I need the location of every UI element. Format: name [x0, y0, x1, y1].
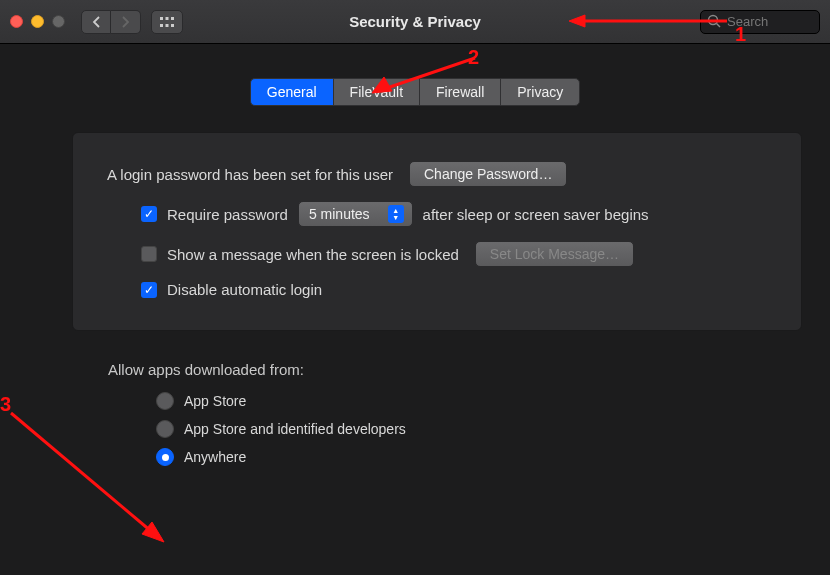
- require-password-checkbox[interactable]: ✓: [141, 206, 157, 222]
- show-message-label: Show a message when the screen is locked: [167, 246, 459, 263]
- require-delay-select[interactable]: 5 minutes ▲▼: [298, 201, 413, 227]
- radio-label: App Store: [184, 393, 246, 409]
- show-message-checkbox[interactable]: [141, 246, 157, 262]
- radio-label: Anywhere: [184, 449, 246, 465]
- require-after-label: after sleep or screen saver begins: [423, 206, 649, 223]
- check-icon: ✓: [144, 208, 154, 220]
- disable-auto-login-label: Disable automatic login: [167, 281, 322, 298]
- change-password-button[interactable]: Change Password…: [409, 161, 567, 187]
- radio-label: App Store and identified developers: [184, 421, 406, 437]
- radio-icon: [156, 420, 174, 438]
- svg-point-6: [709, 15, 718, 24]
- check-icon: ✓: [144, 284, 154, 296]
- svg-rect-3: [160, 24, 163, 27]
- content: General FileVault Firewall Privacy A log…: [0, 44, 830, 466]
- tabs: General FileVault Firewall Privacy: [0, 78, 830, 106]
- tab-firewall[interactable]: Firewall: [419, 78, 500, 106]
- traffic-lights: [10, 15, 65, 28]
- show-all-button[interactable]: [151, 10, 183, 34]
- minimize-window-button[interactable]: [31, 15, 44, 28]
- general-panel: A login password has been set for this u…: [72, 132, 802, 331]
- window-title: Security & Privacy: [349, 13, 481, 30]
- svg-rect-2: [171, 17, 174, 20]
- radio-app-store[interactable]: App Store: [156, 392, 830, 410]
- allow-apps-label: Allow apps downloaded from:: [108, 361, 830, 378]
- search-wrap: [700, 10, 820, 34]
- svg-rect-1: [166, 17, 169, 20]
- require-password-label: Require password: [167, 206, 288, 223]
- login-password-desc: A login password has been set for this u…: [107, 166, 393, 183]
- svg-rect-5: [171, 24, 174, 27]
- titlebar: Security & Privacy: [0, 0, 830, 44]
- forward-button[interactable]: [111, 10, 141, 34]
- radio-icon: [156, 448, 174, 466]
- tab-general[interactable]: General: [250, 78, 333, 106]
- tab-privacy[interactable]: Privacy: [500, 78, 580, 106]
- svg-marker-13: [142, 522, 164, 542]
- radio-icon: [156, 392, 174, 410]
- radio-anywhere[interactable]: Anywhere: [156, 448, 830, 466]
- grid-icon: [160, 17, 174, 27]
- svg-rect-0: [160, 17, 163, 20]
- disable-auto-login-checkbox[interactable]: ✓: [141, 282, 157, 298]
- stepper-icon: ▲▼: [388, 205, 404, 223]
- require-delay-value: 5 minutes: [309, 206, 370, 222]
- tab-filevault[interactable]: FileVault: [333, 78, 419, 106]
- svg-line-7: [717, 23, 721, 27]
- zoom-window-button[interactable]: [52, 15, 65, 28]
- set-lock-message-button[interactable]: Set Lock Message…: [475, 241, 634, 267]
- search-icon: [707, 14, 721, 31]
- nav-buttons: [81, 10, 141, 34]
- back-button[interactable]: [81, 10, 111, 34]
- close-window-button[interactable]: [10, 15, 23, 28]
- svg-rect-4: [166, 24, 169, 27]
- radio-app-store-identified[interactable]: App Store and identified developers: [156, 420, 830, 438]
